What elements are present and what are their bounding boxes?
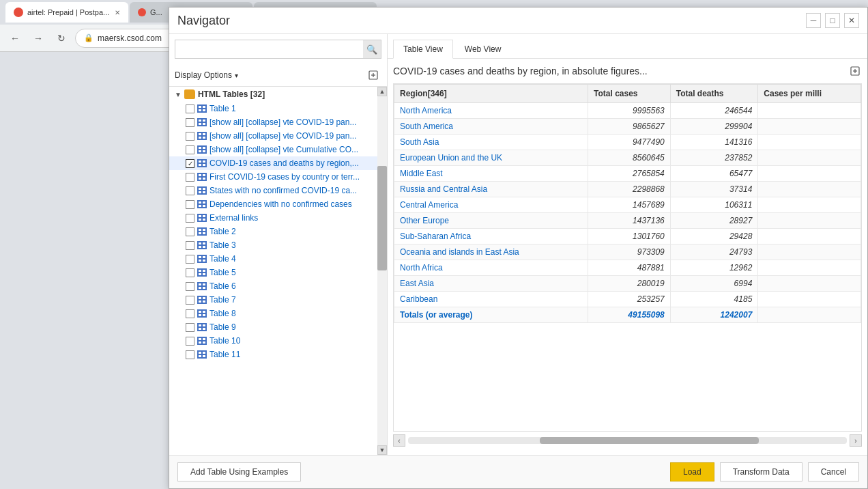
back-button[interactable]: ← [5,29,25,48]
close-button[interactable]: ✕ [844,13,859,28]
tree-item[interactable]: Table 7 [169,293,387,307]
cell-cases-per-million [758,307,861,323]
tree-item[interactable]: States with no confirmed COVID-19 ca... [169,184,387,197]
tree-item-checkbox[interactable] [186,296,194,305]
cell-region: North Africa [394,260,588,276]
tree-item-checkbox[interactable]: ✓ [186,159,194,168]
search-button[interactable]: 🔍 [363,40,381,58]
table-row: Sub-Saharan Africa130176029428 [394,229,861,244]
tree-item-checkbox[interactable] [186,337,194,346]
browser-tab-airtel[interactable]: airtel: Prepaid | Postpa... ✕ [5,2,128,23]
tab-table-view[interactable]: Table View [393,40,453,59]
content-export-icon[interactable] [848,64,862,78]
minimize-button[interactable]: ─ [806,13,821,28]
tree-item[interactable]: External links [169,211,387,225]
address-text: maersk.csod.com [98,33,162,43]
tree-item-checkbox[interactable] [186,104,194,113]
tree-item[interactable]: Table 5 [169,266,387,279]
tree-item-label: Table 1 [209,104,236,113]
cell-total-deaths: 1242007 [670,307,758,323]
tree-item-checkbox[interactable] [186,227,194,236]
cell-cases-per-million [758,292,861,307]
tree-item-label: External links [209,213,258,223]
reload-button[interactable]: ↻ [52,29,71,48]
tree-item-label: [show all] [collapse] vte COVID-19 pan..… [209,131,356,141]
tree-item[interactable]: Table 9 [169,320,387,334]
tree-item[interactable]: Table 3 [169,238,387,252]
table-icon [197,118,207,126]
scroll-track-h[interactable] [408,437,847,444]
table-icon [197,104,207,113]
tree-item[interactable]: Dependencies with no confirmed cases [169,197,387,211]
tree-item[interactable]: Table 11 [169,348,387,361]
tree-item-checkbox[interactable] [186,214,194,223]
table-icon [197,241,207,249]
cell-cases-per-million [758,150,861,166]
tree-item-checkbox[interactable] [186,186,194,195]
tree-scroll[interactable]: ▼ HTML Tables [32] Table 1[show all] [co… [169,87,387,455]
export-icon[interactable] [365,67,381,83]
tree-item[interactable]: Table 6 [169,279,387,293]
tree-item[interactable]: Table 2 [169,225,387,238]
tree-item-label: Table 7 [209,295,236,305]
cell-total-cases: 2298868 [588,182,671,197]
cell-cases-per-million [758,260,861,276]
transform-data-button[interactable]: Transform Data [720,462,802,481]
tree-item-checkbox[interactable] [186,255,194,264]
dialog-title: Navigator [177,14,806,28]
tree-item-checkbox[interactable] [186,173,194,182]
search-input[interactable] [175,40,363,58]
tree-item[interactable]: [show all] [collapse] vte Cumulative CO.… [169,143,387,156]
load-button[interactable]: Load [670,462,714,481]
folder-icon [184,89,195,99]
tab-web-view[interactable]: Web View [454,40,512,58]
collapse-arrow[interactable]: ▼ [175,91,182,98]
table-icon [197,337,207,345]
tree-item[interactable]: First COVID-19 cases by country or terr.… [169,170,387,184]
tree-item-checkbox[interactable] [186,200,194,209]
table-icon [197,132,207,140]
tree-item-checkbox[interactable] [186,118,194,127]
cell-cases-per-million [758,182,861,197]
tree-item[interactable]: Table 8 [169,307,387,320]
tree-item-checkbox[interactable] [186,350,194,359]
cancel-button[interactable]: Cancel [808,462,859,481]
scroll-down-arrow[interactable]: ▼ [377,445,387,455]
tree-item-label: Table 2 [209,227,236,236]
tree-item[interactable]: Table 1 [169,102,387,115]
tree-item-checkbox[interactable] [186,323,194,332]
add-table-button[interactable]: Add Table Using Examples [177,462,301,481]
tree-item[interactable]: ✓COVID-19 cases and deaths by region,... [169,156,387,170]
tree-item-checkbox[interactable] [186,132,194,141]
browser-chrome: airtel: Prepaid | Postpa... ✕ G... ✕ ...… [0,0,868,489]
cell-region: Sub-Saharan Africa [394,229,588,244]
col-total-deaths: Total deaths [670,85,758,103]
tree-item[interactable]: [show all] [collapse] vte COVID-19 pan..… [169,115,387,129]
cell-total-cases: 2765854 [588,166,671,182]
scroll-right-arrow[interactable]: › [850,434,862,447]
tree-item-checkbox[interactable] [186,282,194,291]
table-row: European Union and the UK8560645237852 [394,150,861,166]
col-cases-per-million: Cases per milli [758,85,861,103]
table-icon [197,186,207,195]
tree-item[interactable]: Table 4 [169,252,387,266]
scroll-track[interactable] [377,96,387,445]
tree-item-label: First COVID-19 cases by country or terr.… [209,172,360,182]
search-bar: 🔍 [175,40,381,59]
tree-item-checkbox[interactable] [186,268,194,277]
tree-item[interactable]: [show all] [collapse] vte COVID-19 pan..… [169,129,387,143]
scroll-up-arrow[interactable]: ▲ [377,87,387,96]
tab-close-airtel[interactable]: ✕ [115,9,120,16]
tree-item-checkbox[interactable] [186,145,194,154]
tree-item-checkbox[interactable] [186,241,194,250]
scroll-left-arrow[interactable]: ‹ [393,434,405,447]
tree-item[interactable]: Table 10 [169,334,387,348]
display-options-button[interactable]: Display Options ▾ [175,70,238,80]
tree-item-checkbox[interactable] [186,309,194,318]
table-icon [197,282,207,290]
cell-cases-per-million [758,135,861,150]
cell-region: Other Europe [394,213,588,229]
forward-button[interactable]: → [29,29,48,48]
cell-total-deaths: 106311 [670,197,758,213]
maximize-button[interactable]: □ [825,13,840,28]
